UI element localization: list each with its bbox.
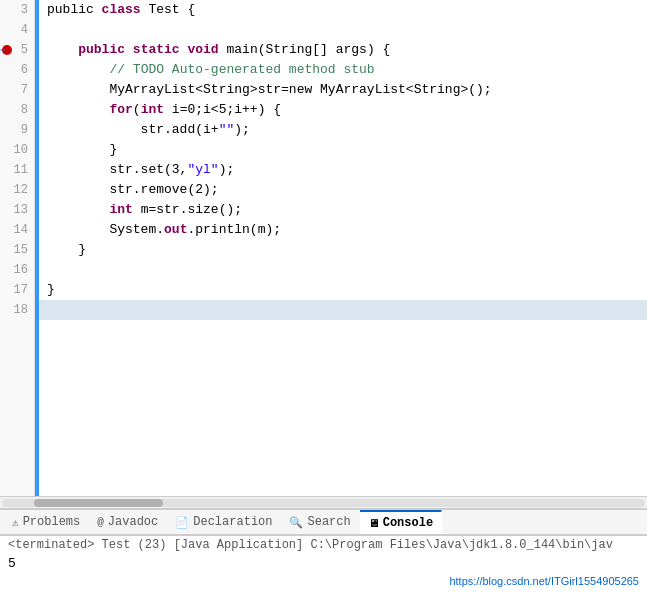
problems-tab-label: Problems xyxy=(23,515,81,529)
editor-area: 3456789101112131415161718 public class T… xyxy=(0,0,647,509)
line-number-16: 16 xyxy=(0,260,34,280)
line-number-7: 7 xyxy=(0,80,34,100)
code-line-17: } xyxy=(39,280,647,300)
console-output-line: 5 xyxy=(0,554,647,573)
declaration-tab-label: Declaration xyxy=(193,515,272,529)
code-line-16 xyxy=(39,260,647,280)
line-number-11: 11 xyxy=(0,160,34,180)
line-number-8: 8 xyxy=(0,100,34,120)
tab-javadoc[interactable]: @Javadoc xyxy=(89,510,167,534)
console-panel: <terminated> Test (23) [Java Application… xyxy=(0,535,647,615)
line-number-17: 17 xyxy=(0,280,34,300)
line-number-12: 12 xyxy=(0,180,34,200)
code-line-9: str.add(i+""); xyxy=(39,120,647,140)
code-line-4 xyxy=(39,20,647,40)
line-number-18: 18 xyxy=(0,300,34,320)
scroll-track[interactable] xyxy=(2,499,645,507)
line-number-15: 15 xyxy=(0,240,34,260)
code-line-18 xyxy=(39,300,647,320)
tab-declaration[interactable]: 📄Declaration xyxy=(167,510,281,534)
search-tab-label: Search xyxy=(307,515,350,529)
code-line-11: str.set(3,"yl"); xyxy=(39,160,647,180)
code-line-10: } xyxy=(39,140,647,160)
code-line-8: for(int i=0;i<5;i++) { xyxy=(39,100,647,120)
console-tab-icon: 🖥 xyxy=(368,517,379,530)
declaration-tab-icon: 📄 xyxy=(175,516,189,529)
code-line-7: MyArrayList<String>str=new MyArrayList<S… xyxy=(39,80,647,100)
search-tab-icon: 🔍 xyxy=(289,516,303,529)
watermark: https://blog.csdn.net/ITGirl1554905265 xyxy=(0,573,647,589)
horizontal-scrollbar[interactable] xyxy=(0,496,647,508)
tab-problems[interactable]: ⚠Problems xyxy=(4,510,89,534)
line-number-3: 3 xyxy=(0,0,34,20)
code-line-13: int m=str.size(); xyxy=(39,200,647,220)
code-line-12: str.remove(2); xyxy=(39,180,647,200)
line-number-13: 13 xyxy=(0,200,34,220)
line-number-5: 5 xyxy=(0,40,34,60)
scroll-thumb[interactable] xyxy=(34,499,163,507)
javadoc-tab-icon: @ xyxy=(97,516,104,528)
console-tab-label: Console xyxy=(383,516,433,530)
code-line-14: System.out.println(m); xyxy=(39,220,647,240)
line-number-4: 4 xyxy=(0,20,34,40)
line-number-14: 14 xyxy=(0,220,34,240)
code-line-5: public static void main(String[] args) { xyxy=(39,40,647,60)
tabs-bar: ⚠Problems@Javadoc📄Declaration🔍Search🖥Con… xyxy=(0,509,647,535)
tab-search[interactable]: 🔍Search xyxy=(281,510,359,534)
line-gutter: 3456789101112131415161718 xyxy=(0,0,35,496)
code-lines[interactable]: public class Test { public static void m… xyxy=(39,0,647,496)
code-line-15: } xyxy=(39,240,647,260)
console-terminated-line: <terminated> Test (23) [Java Application… xyxy=(0,536,647,554)
javadoc-tab-label: Javadoc xyxy=(108,515,158,529)
code-line-6: // TODO Auto-generated method stub xyxy=(39,60,647,80)
line-number-6: 6 xyxy=(0,60,34,80)
line-number-9: 9 xyxy=(0,120,34,140)
line-number-10: 10 xyxy=(0,140,34,160)
code-line-3: public class Test { xyxy=(39,0,647,20)
tab-console[interactable]: 🖥Console xyxy=(360,510,442,534)
problems-tab-icon: ⚠ xyxy=(12,516,19,529)
code-container: 3456789101112131415161718 public class T… xyxy=(0,0,647,496)
